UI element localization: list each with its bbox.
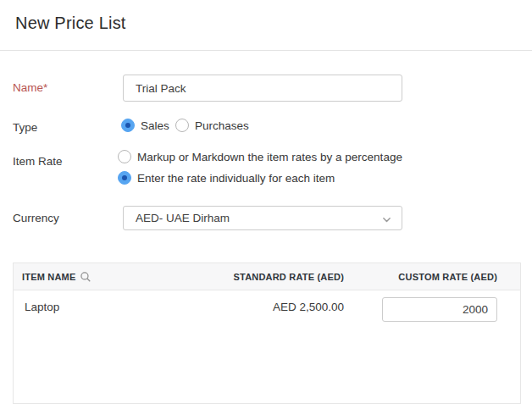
currency-label: Currency bbox=[13, 212, 59, 224]
page-title: New Price List bbox=[15, 14, 126, 33]
item-rate-option-markup[interactable]: Markup or Markdown the item rates by a p… bbox=[118, 150, 402, 163]
item-rate-label: Item Rate bbox=[13, 155, 63, 168]
radio-unselected-icon[interactable] bbox=[118, 150, 131, 163]
radio-selected-icon[interactable] bbox=[118, 171, 131, 185]
custom-rate-input[interactable] bbox=[382, 297, 497, 322]
search-icon[interactable] bbox=[80, 271, 91, 283]
name-input[interactable] bbox=[123, 75, 402, 102]
new-price-list-form: New Price List Name* Type Sales Purchase… bbox=[0, 0, 532, 420]
radio-label: Markup or Markdown the item rates by a p… bbox=[137, 151, 402, 163]
currency-select[interactable]: AED- UAE Dirham bbox=[123, 206, 402, 230]
name-label: Name* bbox=[13, 81, 47, 94]
radio-label: Sales bbox=[141, 119, 169, 132]
custom-rate-cell bbox=[344, 290, 520, 322]
column-header-custom-rate: CUSTOM RATE (AED) bbox=[344, 272, 520, 282]
radio-unselected-icon[interactable] bbox=[175, 119, 189, 132]
item-rate-option-individual[interactable]: Enter the rate individually for each ite… bbox=[118, 171, 335, 185]
table-row: Laptop AED 2,500.00 bbox=[14, 290, 520, 322]
radio-selected-icon[interactable] bbox=[121, 119, 135, 132]
column-header-item-name: ITEM NAME bbox=[14, 271, 225, 283]
divider bbox=[0, 50, 532, 51]
standard-rate-cell: AED 2,500.00 bbox=[225, 290, 344, 313]
type-option-sales[interactable]: Sales bbox=[121, 119, 169, 132]
price-list-items-table: ITEM NAME STANDARD RATE (AED) CUSTOM RAT… bbox=[13, 262, 521, 404]
chevron-down-icon bbox=[382, 214, 391, 227]
type-option-purchases[interactable]: Purchases bbox=[175, 119, 249, 132]
radio-label: Purchases bbox=[195, 119, 249, 132]
radio-label: Enter the rate individually for each ite… bbox=[137, 172, 335, 185]
column-header-standard-rate: STANDARD RATE (AED) bbox=[225, 272, 344, 282]
currency-selected-value: AED- UAE Dirham bbox=[136, 212, 230, 224]
type-label: Type bbox=[13, 121, 37, 134]
item-name-cell: Laptop bbox=[14, 290, 225, 313]
table-header-row: ITEM NAME STANDARD RATE (AED) CUSTOM RAT… bbox=[14, 263, 520, 290]
